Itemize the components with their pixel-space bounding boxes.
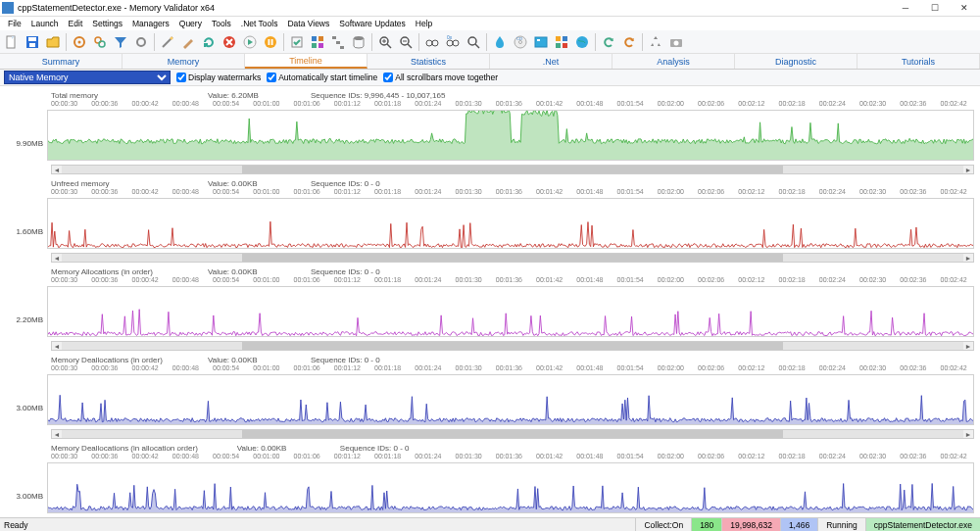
tab-analysis[interactable]: Analysis: [612, 54, 735, 69]
settings2-button[interactable]: [90, 32, 110, 52]
chart-value: Value: 0.00KB: [208, 267, 271, 276]
toolbar-sep: [154, 33, 155, 51]
scrollbars-together-checkbox[interactable]: All scrollbars move together: [383, 72, 498, 82]
chart-block-3: Memory Deallocations (in order)Value: 0.…: [6, 355, 974, 439]
menu-managers[interactable]: Managers: [128, 19, 173, 28]
chart-header: Total memoryValue: 6.20MBSequence IDs: 9…: [51, 90, 974, 100]
menu-help[interactable]: Help: [412, 19, 436, 28]
tree-button[interactable]: [328, 32, 348, 52]
chart-title: Total memory: [51, 91, 169, 100]
minimize-button[interactable]: ─: [892, 0, 919, 16]
tab-memory[interactable]: Memory: [122, 54, 245, 69]
open-button[interactable]: [43, 32, 63, 52]
time-ticks: 00:00:3000:00:3600:00:4200:00:4800:00:54…: [51, 453, 974, 461]
findhex-button[interactable]: 0x: [443, 32, 463, 52]
chart-plot-3[interactable]: [47, 374, 974, 425]
refresh-button[interactable]: [199, 32, 219, 52]
tab-statistics[interactable]: Statistics: [368, 54, 490, 69]
svg-rect-20: [332, 36, 336, 39]
chart-plot-2[interactable]: [47, 286, 974, 337]
save-button[interactable]: [23, 32, 42, 52]
chart-block-2: Memory Allocations (in order)Value: 0.00…: [6, 266, 974, 351]
tab-net[interactable]: .Net: [490, 54, 612, 69]
svg-point-31: [468, 37, 476, 45]
menu-tools[interactable]: Tools: [208, 19, 235, 28]
stop-button[interactable]: [220, 32, 239, 52]
chart-title: Memory Allocations (in order): [51, 267, 169, 276]
wand-button[interactable]: [158, 32, 177, 52]
tab-summary[interactable]: Summary: [0, 54, 122, 69]
chart-value: Value: 0.00KB: [237, 444, 301, 453]
zoomin-button[interactable]: [375, 32, 395, 52]
db-button[interactable]: [349, 32, 368, 52]
zoomout-button[interactable]: [396, 32, 416, 52]
svg-rect-36: [537, 39, 540, 41]
menu-nettools[interactable]: .Net Tools: [237, 19, 282, 28]
tab-timeline[interactable]: Timeline: [245, 54, 368, 69]
menu-edit[interactable]: Edit: [65, 19, 87, 28]
filter-button[interactable]: [111, 32, 130, 52]
menu-query[interactable]: Query: [175, 19, 206, 28]
play-button[interactable]: [240, 32, 260, 52]
memory-type-select[interactable]: Native Memory: [4, 71, 171, 84]
timeline-content: Total memoryValue: 6.20MBSequence IDs: 9…: [0, 86, 980, 517]
status-count2: 19,998,632: [721, 518, 780, 531]
chart-plot-0[interactable]: [47, 110, 974, 161]
time-ticks: 00:00:3000:00:3600:00:4200:00:4800:00:54…: [51, 188, 974, 197]
newdoc-button[interactable]: [2, 32, 22, 52]
chart-value: Value: 0.00KB: [208, 179, 271, 188]
pause-button[interactable]: [261, 32, 280, 52]
menu-softwareupdates[interactable]: Software Updates: [335, 19, 410, 28]
menu-launch[interactable]: Launch: [27, 19, 63, 28]
menu-file[interactable]: File: [4, 19, 25, 28]
svg-rect-17: [318, 36, 323, 41]
svg-point-12: [265, 36, 276, 48]
apps-button[interactable]: [552, 32, 571, 52]
display-watermarks-checkbox[interactable]: Display watermarks: [176, 72, 261, 82]
toolbar-sep: [642, 33, 643, 51]
time-ticks: 00:00:3000:00:3600:00:4200:00:4800:00:54…: [51, 276, 974, 285]
menu-settings[interactable]: Settings: [88, 19, 126, 28]
grid-button[interactable]: [308, 32, 327, 52]
tab-diagnostic[interactable]: Diagnostic: [735, 54, 858, 69]
maximize-button[interactable]: ☐: [921, 0, 949, 16]
svg-rect-19: [318, 43, 323, 48]
svg-rect-14: [271, 39, 273, 45]
time-ticks: 00:00:3000:00:3600:00:4200:00:4800:00:54…: [51, 364, 974, 373]
app-button[interactable]: [531, 32, 551, 52]
svg-point-29: [453, 40, 459, 46]
camera-button[interactable]: [666, 32, 686, 52]
chart-scrollbar[interactable]: ◄►: [51, 429, 974, 439]
chart-plot-1[interactable]: [47, 198, 974, 249]
tasks-button[interactable]: [287, 32, 307, 52]
search-button[interactable]: [464, 32, 483, 52]
cd-button[interactable]: CD: [511, 32, 530, 52]
cycle2-button[interactable]: [619, 32, 639, 52]
toolbar-sep: [418, 33, 419, 51]
chart-scrollbar[interactable]: ◄►: [51, 253, 974, 263]
chart-ylabel: 1.60MB: [6, 198, 47, 253]
statusbar: Ready Collect:On 180 19,998,632 1,466 Ru…: [0, 517, 980, 531]
svg-rect-21: [336, 41, 340, 44]
find-button[interactable]: [422, 32, 442, 52]
cycle-button[interactable]: [599, 32, 618, 52]
svg-point-8: [137, 38, 145, 46]
options-button[interactable]: [131, 32, 151, 52]
world-button[interactable]: [572, 32, 592, 52]
chart-value: Value: 6.20MB: [208, 91, 271, 100]
auto-start-timeline-checkbox[interactable]: Automatically start timeline: [267, 72, 377, 82]
settings-button[interactable]: [70, 32, 89, 52]
close-button[interactable]: ✕: [951, 0, 978, 16]
svg-rect-37: [556, 36, 561, 41]
recycle-button[interactable]: [646, 32, 665, 52]
status-count3: 1,466: [780, 518, 817, 531]
chart-scrollbar[interactable]: ◄►: [51, 341, 974, 351]
svg-point-5: [78, 40, 81, 43]
chart-block-1: Unfreed memoryValue: 0.00KBSequence IDs:…: [6, 178, 974, 263]
edit-button[interactable]: [178, 32, 198, 52]
leak-button[interactable]: [490, 32, 510, 52]
menu-dataviews[interactable]: Data Views: [283, 19, 333, 28]
chart-scrollbar[interactable]: ◄►: [51, 165, 974, 174]
chart-plot-4[interactable]: [47, 462, 974, 513]
tab-tutorials[interactable]: Tutorials: [858, 54, 980, 69]
